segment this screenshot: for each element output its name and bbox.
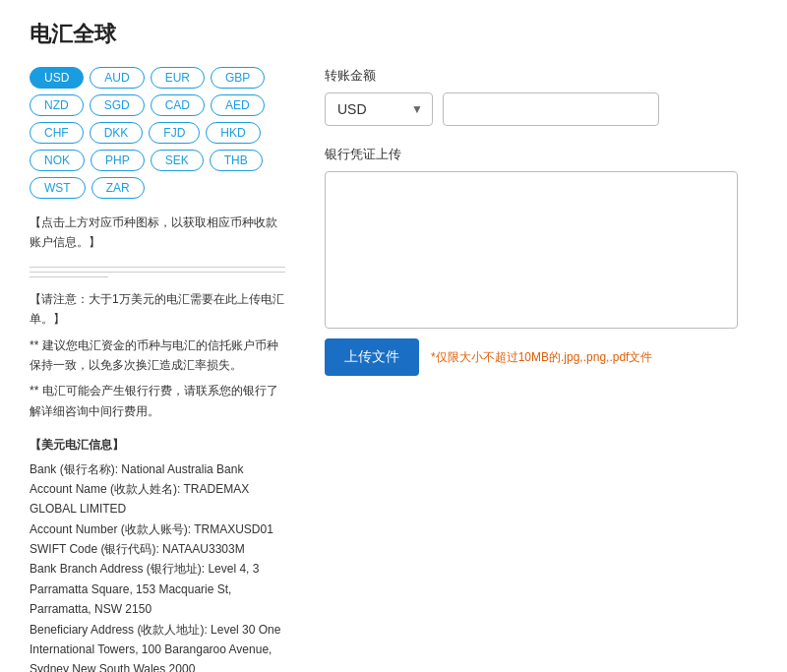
swift-code: SWIFT Code (银行代码): NATAAU3303M [30,539,285,559]
notes-section: 【请注意：大于1万美元的电汇需要在此上传电汇单。】 ** 建议您电汇资金的币种与… [30,289,285,421]
currency-tag-wst[interactable]: WST [30,177,86,199]
currency-tag-eur[interactable]: EUR [151,67,205,89]
currency-tag-zar[interactable]: ZAR [91,177,145,199]
currency-tag-nok[interactable]: NOK [30,150,85,171]
currency-tag-php[interactable]: PHP [91,150,145,171]
note1: 【请注意：大于1万美元的电汇需要在此上传电汇单。】 [30,289,285,330]
upload-label: 银行凭证上传 [325,146,757,163]
upload-hint: *仅限大小不超过10MB的.jpg,.png,.pdf文件 [431,349,652,366]
currency-select[interactable]: USD AUD EUR GBP NZD SGD CAD AED CHF DKK … [325,92,433,126]
currency-tag-gbp[interactable]: GBP [211,67,265,89]
currency-tag-dkk[interactable]: DKK [90,122,144,144]
currency-tag-hkd[interactable]: HKD [206,122,260,144]
left-panel: USD AUD EUR GBP NZD SGD CAD AED CHF DKK … [30,67,285,672]
currency-tag-fjd[interactable]: FJD [149,122,200,144]
bank-name: Bank (银行名称): National Australia Bank [30,459,285,479]
note3: ** 电汇可能会产生银行行费，请联系您的银行了解详细咨询中间行费用。 [30,381,285,421]
account-number: Account Number (收款人账号): TRMAXUSD01 [30,519,285,539]
transfer-label: 转账金额 [325,67,757,85]
transfer-amount-row: USD AUD EUR GBP NZD SGD CAD AED CHF DKK … [325,92,757,126]
click-hint: 【点击上方对应币种图标，以获取相应币种收款账户信息。】 [30,213,285,253]
currency-tag-sek[interactable]: SEK [151,150,204,171]
page-title: 电汇全球 [30,20,757,49]
upload-button[interactable]: 上传文件 [325,338,419,376]
currency-tag-sgd[interactable]: SGD [90,94,145,116]
amount-input[interactable] [443,92,659,126]
beneficiary-address: Beneficiary Address (收款人地址): Level 30 On… [30,620,285,672]
currency-tag-chf[interactable]: CHF [30,122,84,144]
currency-tag-thb[interactable]: THB [210,150,263,171]
divider-area [30,267,285,277]
upload-area [325,171,738,329]
currency-select-wrapper: USD AUD EUR GBP NZD SGD CAD AED CHF DKK … [325,92,433,126]
right-panel: 转账金额 USD AUD EUR GBP NZD SGD CAD AED CHF… [325,67,757,376]
currency-tag-aud[interactable]: AUD [90,67,144,89]
note2: ** 建议您电汇资金的币种与电汇的信托账户币种保持一致，以免多次换汇造成汇率损失… [30,336,285,376]
bank-info-section: 【美元电汇信息】 Bank (银行名称): National Australia… [30,435,285,672]
branch-address: Bank Branch Address (银行地址): Level 4, 3 P… [30,559,285,619]
account-name: Account Name (收款人姓名): TRADEMAX GLOBAL LI… [30,479,285,519]
currency-tag-nzd[interactable]: NZD [30,94,84,116]
upload-row: 上传文件 *仅限大小不超过10MB的.jpg,.png,.pdf文件 [325,338,757,376]
currency-tag-usd[interactable]: USD [30,67,84,89]
currency-tag-cad[interactable]: CAD [151,94,205,116]
currency-grid: USD AUD EUR GBP NZD SGD CAD AED CHF DKK … [30,67,285,199]
bank-section-title: 【美元电汇信息】 [30,435,285,455]
currency-tag-aed[interactable]: AED [211,94,265,116]
